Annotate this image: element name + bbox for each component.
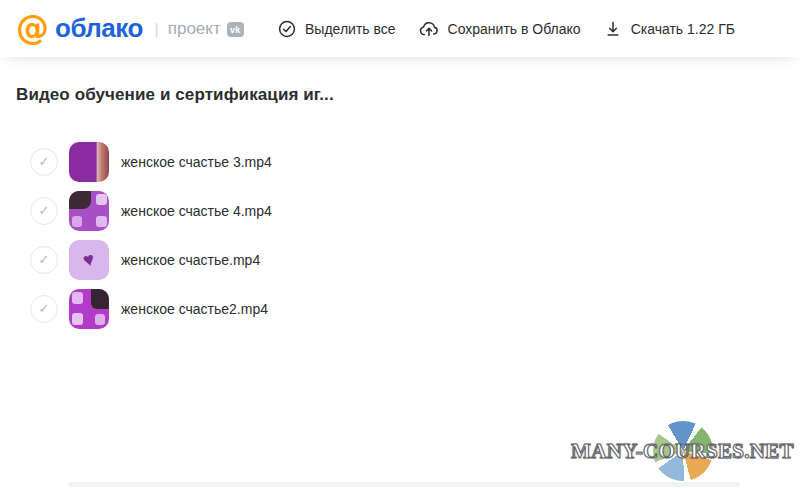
file-checkbox[interactable]: ✓ xyxy=(30,295,58,323)
download-icon xyxy=(604,20,622,38)
save-to-cloud-label: Сохранить в Облако xyxy=(448,21,581,37)
check-circle-icon xyxy=(278,20,296,38)
file-row[interactable]: ✓ женское счастье 3.mp4 xyxy=(30,137,272,186)
watermark-text: MANY-COURSES.NET xyxy=(571,439,794,464)
horizontal-scrollbar[interactable] xyxy=(68,482,740,487)
watermark: MANY-COURSES.NET xyxy=(570,426,795,476)
globe-logo-icon xyxy=(653,421,713,481)
file-name[interactable]: женское счастье 4.mp4 xyxy=(121,203,272,219)
file-name[interactable]: женское счастье2.mp4 xyxy=(121,301,268,317)
video-thumbnail[interactable] xyxy=(69,142,109,182)
select-all-label: Выделить все xyxy=(305,21,396,37)
checkmark-icon: ✓ xyxy=(39,252,50,267)
file-list: ✓ женское счастье 3.mp4 ✓ женское счасть… xyxy=(30,137,272,333)
video-thumbnail[interactable] xyxy=(69,191,109,231)
file-checkbox[interactable]: ✓ xyxy=(30,148,58,176)
mailru-at-icon: @ xyxy=(16,11,49,44)
file-name[interactable]: женское счастье 3.mp4 xyxy=(121,154,272,170)
vk-icon: vk xyxy=(227,22,244,37)
project-label: проект xyxy=(168,19,221,39)
logo-divider: | xyxy=(155,20,159,37)
video-thumbnail[interactable] xyxy=(69,289,109,329)
cloud-upload-icon xyxy=(419,20,439,38)
heart-icon: ♥ xyxy=(81,249,97,270)
header: @ облако | проект vk Выделить все xyxy=(0,0,800,57)
brand-name: облако xyxy=(55,13,143,44)
file-row[interactable]: ✓ женское счастье 4.mp4 xyxy=(30,186,272,235)
file-row[interactable]: ✓ ♥ женское счастье.mp4 xyxy=(30,235,272,284)
download-button[interactable]: Скачать 1.22 ГБ xyxy=(604,20,735,38)
checkmark-icon: ✓ xyxy=(39,203,50,218)
select-all-button[interactable]: Выделить все xyxy=(278,20,396,38)
download-label: Скачать 1.22 ГБ xyxy=(631,21,735,37)
file-name[interactable]: женское счастье.mp4 xyxy=(121,252,260,268)
file-row[interactable]: ✓ женское счастье2.mp4 xyxy=(30,284,272,333)
checkmark-icon: ✓ xyxy=(39,154,50,169)
video-thumbnail[interactable]: ♥ xyxy=(69,240,109,280)
toolbar: Выделить все Сохранить в Облако xyxy=(278,0,735,57)
checkmark-icon: ✓ xyxy=(39,301,50,316)
file-checkbox[interactable]: ✓ xyxy=(30,197,58,225)
cloud-share-page: @ облако | проект vk Выделить все xyxy=(0,0,800,489)
file-checkbox[interactable]: ✓ xyxy=(30,246,58,274)
page-title: Видео обучение и сертификация иг... xyxy=(16,85,334,105)
save-to-cloud-button[interactable]: Сохранить в Облако xyxy=(419,20,581,38)
cloud-logo[interactable]: @ облако | проект vk xyxy=(16,13,244,44)
